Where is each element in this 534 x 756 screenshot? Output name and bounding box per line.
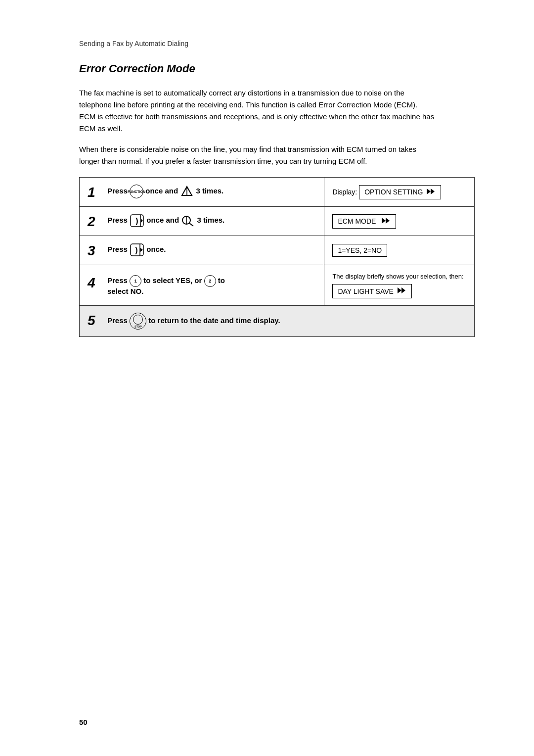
step-1-display: Display: OPTION SETTING [324, 178, 475, 207]
display-label-1: Display: [332, 188, 357, 196]
svg-marker-7 [141, 219, 143, 223]
display-arrow-4 [397, 286, 406, 296]
page-number: 50 [79, 718, 88, 726]
key-1-button: 1 [130, 275, 141, 287]
display-arrow-2 [381, 217, 391, 226]
step-5-cell: 5 Press STOP to return to the date and t… [80, 306, 475, 337]
paren-button-icon-3: ) [130, 243, 144, 257]
step-4-press: Press [107, 276, 130, 284]
section-title: Error Correction Mode [79, 62, 475, 75]
svg-text:): ) [135, 246, 137, 254]
double-arrow-icon-2 [381, 217, 391, 225]
step-3-number: 3 [88, 243, 107, 258]
step-2-row: 2 Press ) once and [80, 207, 475, 236]
step-5-row: 5 Press STOP to return to the date and t… [80, 306, 475, 337]
step-5-press: Press [107, 316, 130, 325]
step-3-body: Press ) once. [107, 243, 316, 257]
step-3-press: Press [107, 245, 130, 253]
svg-marker-3 [431, 189, 435, 194]
stop-button-icon: STOP [130, 313, 146, 330]
svg-marker-12 [386, 218, 390, 224]
step-1-number: 1 [88, 185, 107, 199]
display-text-4: DAY LIGHT SAVE [338, 287, 394, 295]
step-4-to: to [218, 276, 225, 284]
step-4-cell: 4 Press 1 to select YES, or 2 to select … [80, 265, 324, 306]
step-3-once: once. [146, 245, 166, 253]
magnify-icon-2 [181, 214, 195, 228]
step-2-number: 2 [88, 214, 107, 229]
svg-text:): ) [135, 217, 138, 225]
step-2-cell: 2 Press ) once and [80, 207, 324, 236]
step-1-press: Press [107, 187, 130, 195]
step-4-body: Press 1 to select YES, or 2 to select NO… [107, 275, 316, 295]
step-1-body: Press FUNCTION once and 3 times. [107, 185, 316, 198]
step-3-cell: 3 Press ) once. [80, 236, 324, 265]
intro-paragraph-2: When there is considerable noise on the … [79, 143, 435, 167]
display-box-2: ECM MODE [332, 214, 396, 229]
display-box-1: OPTION SETTING [359, 185, 441, 199]
stop-inner-circle [133, 315, 143, 325]
step-4-row: 4 Press 1 to select YES, or 2 to select … [80, 265, 475, 306]
step-5-body: Press STOP to return to the date and tim… [107, 313, 466, 330]
step-4-extra-text: The display briefly shows your selection… [332, 272, 466, 281]
display-text-2: ECM MODE [338, 217, 376, 225]
display-text-3: 1=YES, 2=NO [338, 246, 382, 254]
double-arrow-icon-1 [426, 188, 436, 195]
function-button-icon: FUNCTION [130, 185, 143, 198]
step-5-to-return: to return to the date and time display. [148, 316, 280, 325]
display-text-1: OPTION SETTING [364, 188, 423, 196]
svg-marker-17 [398, 287, 401, 293]
triangle-up-icon [180, 185, 194, 198]
svg-marker-16 [140, 248, 143, 252]
step-5-number: 5 [88, 313, 107, 328]
breadcrumb: Sending a Fax by Automatic Dialing [79, 40, 475, 47]
step-4-to-select-yes: to select YES, or [143, 276, 204, 284]
step-2-body: Press ) once and [107, 214, 316, 228]
steps-table: 1 Press FUNCTION once and 3 times. [79, 177, 475, 337]
display-arrow-1 [426, 188, 436, 197]
step-4-display: The display briefly shows your selection… [324, 265, 475, 306]
step-2-once-and: once and [146, 216, 181, 224]
step-2-press: Press [107, 216, 130, 224]
step-4-number: 4 [88, 275, 107, 290]
step-1-row: 1 Press FUNCTION once and 3 times. [80, 178, 475, 207]
svg-line-9 [189, 223, 193, 226]
key-2-button: 2 [204, 275, 216, 287]
display-box-4: DAY LIGHT SAVE [332, 284, 412, 298]
step-3-row: 3 Press ) once. 1=YES, 2= [80, 236, 475, 265]
double-arrow-icon-4 [397, 286, 406, 294]
page: Sending a Fax by Automatic Dialing Error… [0, 0, 534, 756]
step-4-select-no: select NO. [107, 287, 143, 295]
step-3-display: 1=YES, 2=NO [324, 236, 475, 265]
display-box-3: 1=YES, 2=NO [332, 244, 387, 257]
step-1-times: 3 times. [196, 187, 223, 195]
stop-label: STOP [134, 325, 141, 328]
step-2-display: ECM MODE [324, 207, 475, 236]
step-1-once-and: once and [145, 187, 180, 195]
svg-marker-11 [382, 218, 386, 224]
intro-paragraph-1: The fax machine is set to automatically … [79, 87, 435, 135]
paren-button-icon-2: ) [130, 214, 144, 228]
step-1-cell: 1 Press FUNCTION once and 3 times. [80, 178, 324, 207]
svg-marker-2 [427, 189, 431, 194]
svg-marker-18 [401, 287, 405, 293]
step-2-times: 3 times. [197, 216, 224, 224]
